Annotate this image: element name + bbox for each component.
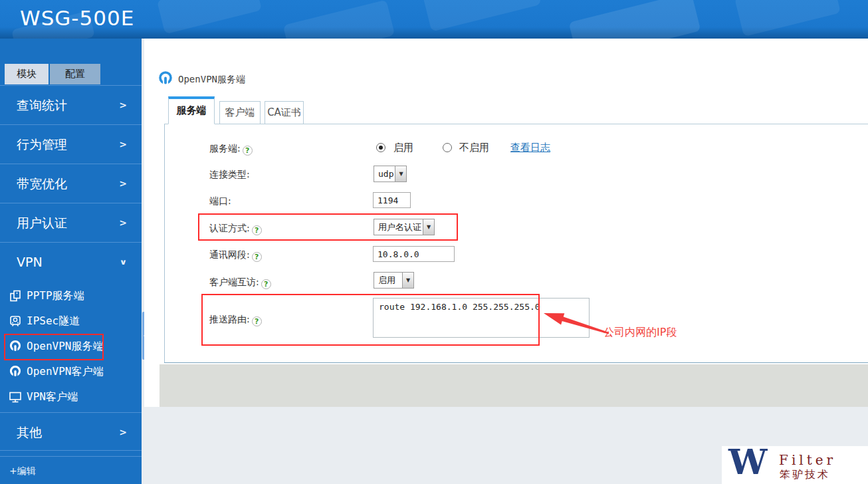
subnet-input[interactable] <box>373 246 455 262</box>
port-input[interactable] <box>373 192 411 208</box>
sidebar-item-user-auth[interactable]: 用户认证 > <box>0 203 142 242</box>
openvpn-page-icon <box>158 70 173 86</box>
sidebar-tab-modules[interactable]: 模块 <box>5 64 49 84</box>
select-arrow-icon: ▼ <box>395 166 406 182</box>
help-icon[interactable]: ? <box>252 252 262 262</box>
radio-enable-label: 启用 <box>393 142 413 154</box>
tunnel-icon <box>9 314 22 328</box>
panel-border-bottom <box>164 362 868 363</box>
tab-server[interactable]: 服务端 <box>168 96 215 124</box>
sidebar-item-behavior-mgmt[interactable]: 行为管理 > <box>0 124 142 164</box>
copy-icon <box>9 289 22 302</box>
conn-type-select[interactable]: udp ▼ <box>374 166 407 182</box>
wfilter-logo: W <box>728 441 767 482</box>
sidebar-item-bandwidth[interactable]: 带宽优化 > <box>0 164 142 203</box>
sidebar-item-ipsec-tunnel[interactable]: IPSec隧道 <box>0 308 142 334</box>
panel-border-left <box>164 124 165 362</box>
wfilter-name: Filter <box>779 452 836 468</box>
sidebar-edit-button[interactable]: +编辑 <box>0 456 142 484</box>
sidebar-item-vpn[interactable]: VPN ∨ <box>0 242 142 281</box>
radio-enable[interactable] <box>376 143 385 152</box>
wfilter-cn-name: 笨驴技术 <box>780 468 830 482</box>
sidebar-item-openvpn-server[interactable]: OpenVPN服务端 <box>0 334 142 359</box>
view-log-link[interactable]: 查看日志 <box>510 142 550 154</box>
auth-label: 认证方式:? <box>209 221 262 235</box>
keyboard-decor <box>283 0 395 39</box>
c2c-label: 客户端互访:? <box>209 275 271 289</box>
server-label: 服务端:? <box>209 142 253 155</box>
push-route-textarea[interactable]: route 192.168.1.0 255.255.255.0 <box>373 298 590 338</box>
sidebar-item-vpn-client[interactable]: VPN客户端 <box>0 384 142 410</box>
keyboard-decor <box>157 0 262 34</box>
openvpn-icon <box>9 340 22 353</box>
brand-logo: WSG-500E <box>20 6 134 30</box>
c2c-select[interactable]: 启用 ▼ <box>374 272 414 289</box>
page-title: OpenVPN服务端 <box>178 74 245 86</box>
radio-disable[interactable] <box>443 143 452 152</box>
keyboard-decor <box>423 0 542 32</box>
sidebar-item-openvpn-client[interactable]: OpenVPN客户端 <box>0 359 142 384</box>
auth-select[interactable]: 用户名认证 ▼ <box>374 219 435 235</box>
app-window: WSG-500E 模块 配置 查询统计 > 行为管理 > 带宽优化 > 用户认证… <box>0 0 868 484</box>
tab-client[interactable]: 客户端 <box>219 101 261 124</box>
annotation-text: 公司内网的IP段 <box>603 326 677 340</box>
monitor-icon <box>9 390 22 404</box>
chevron-right-icon: > <box>119 164 127 203</box>
port-label: 端口: <box>209 194 231 207</box>
help-icon[interactable]: ? <box>252 316 262 326</box>
form-footer-band <box>160 364 868 407</box>
subnet-label: 通讯网段:? <box>209 248 262 261</box>
chevron-right-icon: > <box>119 203 127 243</box>
chevron-right-icon: > <box>119 86 127 125</box>
tab-ca-cert[interactable]: CA证书 <box>265 101 304 124</box>
sidebar: 模块 配置 查询统计 > 行为管理 > 带宽优化 > 用户认证 > VPN ∨ <box>0 39 142 484</box>
keyboard-decor <box>734 0 841 37</box>
sidebar-tab-config[interactable]: 配置 <box>50 64 100 84</box>
chevron-right-icon: > <box>119 125 127 164</box>
chevron-down-icon: ∨ <box>120 247 127 278</box>
help-icon[interactable]: ? <box>261 279 271 289</box>
help-icon[interactable]: ? <box>252 225 262 235</box>
keyboard-decor <box>569 0 701 39</box>
chevron-right-icon: > <box>119 413 127 451</box>
help-icon[interactable]: ? <box>243 146 253 156</box>
select-arrow-icon: ▼ <box>402 273 413 288</box>
radio-selected-dot <box>379 146 383 150</box>
sidebar-item-other[interactable]: 其他 > <box>0 412 142 451</box>
sidebar-item-pptp-server[interactable]: PPTP服务端 <box>0 283 142 308</box>
conn-type-label: 连接类型: <box>209 168 250 181</box>
select-arrow-icon: ▼ <box>423 219 434 235</box>
vendor-watermark: W Filter 笨驴技术 <box>722 446 868 484</box>
push-route-label: 推送路由:? <box>209 312 262 326</box>
app-header: WSG-500E <box>0 0 868 39</box>
openvpn-icon <box>9 365 22 378</box>
radio-disable-label: 不启用 <box>459 142 489 154</box>
sidebar-item-query-stats[interactable]: 查询统计 > <box>0 85 142 124</box>
